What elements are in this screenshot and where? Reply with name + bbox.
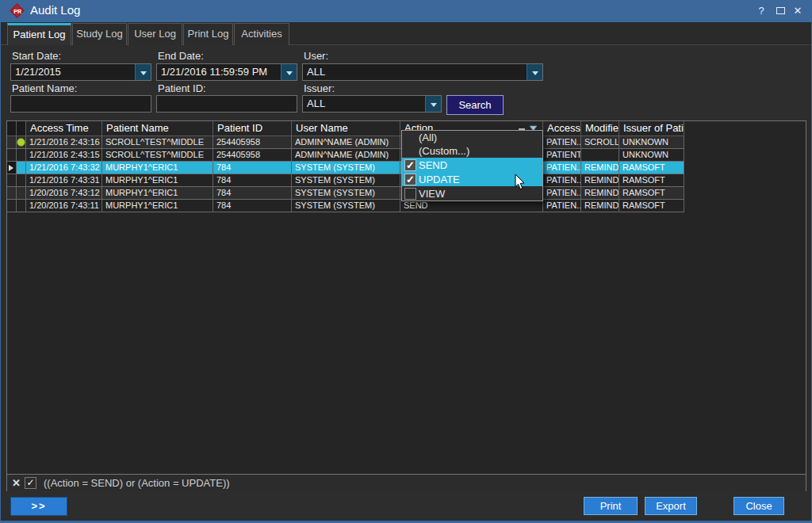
search-button[interactable]: Search	[446, 95, 504, 115]
start-date-label: Start Date:	[12, 50, 61, 62]
cell-access-time[interactable]: 1/21/2016 7:43:32 ...	[26, 162, 102, 174]
header-modified[interactable]: Modifie	[581, 121, 619, 136]
tab-activities[interactable]: Activities	[234, 23, 289, 45]
cell-patient-id[interactable]: 784	[213, 187, 292, 200]
cell-issuer[interactable]: RAMSOFT	[619, 174, 684, 187]
cell-modified[interactable]	[581, 149, 619, 162]
cell-patient-name[interactable]: SCROLL^TEST^MIDDLE	[102, 136, 213, 149]
close-window-button[interactable]: ✕	[789, 4, 806, 18]
tab-patient-log[interactable]: Patient Log	[7, 23, 71, 45]
cell-accessed[interactable]: PATIENT	[543, 149, 581, 162]
cell-user-name[interactable]: SYSTEM (SYSTEM)	[292, 187, 400, 200]
header-issuer[interactable]: Issuer of Patie	[619, 121, 684, 136]
table-row[interactable]: 1/21/2016 2:43:15 ... SCROLL^TEST^MIDDLE…	[7, 149, 684, 162]
user-value: ALL	[307, 66, 325, 78]
clear-filter-icon[interactable]: ✕	[12, 477, 21, 489]
end-date-combobox[interactable]: 1/21/2016 11:59:59 PM	[156, 63, 297, 81]
end-date-dropdown-button[interactable]	[281, 63, 297, 81]
tab-study-log[interactable]: Study Log	[72, 23, 127, 45]
cell-patient-name[interactable]: MURPHY1^ERIC1	[102, 200, 213, 212]
cell-access-time[interactable]: 1/20/2016 7:43:12 ...	[26, 187, 102, 200]
chevron-down-icon	[140, 71, 147, 75]
filter-option-custom[interactable]: (Custom...)	[402, 144, 542, 158]
filter-option-label: (All)	[419, 132, 437, 143]
row-indicator-cell	[7, 174, 17, 187]
cell-accessed[interactable]: PATIEN...	[543, 174, 581, 187]
cell-patient-name[interactable]: MURPHY1^ERIC1	[102, 187, 213, 200]
cell-access-time[interactable]: 1/20/2016 7:43:11 ...	[26, 200, 102, 212]
cell-accessed[interactable]: PATIEN...	[543, 136, 581, 149]
cell-patient-name[interactable]: SCROLL^TEST^MIDDLE	[102, 149, 213, 162]
patient-id-label: Patient ID:	[158, 82, 206, 94]
cell-patient-name[interactable]: MURPHY1^ERIC1	[102, 162, 213, 174]
checked-checkbox-icon[interactable]: ✓	[404, 159, 416, 171]
cell-patient-id[interactable]: 784	[213, 174, 292, 187]
cell-user-name[interactable]: SYSTEM (SYSTEM)	[292, 200, 400, 212]
cell-action[interactable]: SEND	[400, 200, 543, 212]
help-button[interactable]: ?	[753, 4, 770, 18]
start-date-combobox[interactable]: 1/21/2015	[10, 63, 151, 81]
user-dropdown-button[interactable]	[527, 63, 543, 81]
cell-modified[interactable]: REMIND...	[581, 187, 619, 200]
patient-name-input[interactable]	[10, 95, 151, 113]
checked-checkbox-icon[interactable]: ✓	[404, 174, 416, 185]
cell-patient-name[interactable]: MURPHY1^ERIC1	[102, 174, 213, 187]
cell-access-time[interactable]: 1/21/2016 2:43:16 ...	[26, 136, 102, 149]
cell-issuer[interactable]: RAMSOFT	[619, 162, 684, 174]
cell-modified[interactable]: REMIND...	[581, 174, 619, 187]
row-indicator-cell	[7, 187, 17, 200]
row-status-cell	[17, 149, 26, 162]
header-user-name[interactable]: User Name	[292, 121, 400, 136]
header-access-time[interactable]: Access Time	[26, 121, 102, 136]
cell-user-name[interactable]: ADMIN^NAME (ADMIN)	[292, 149, 400, 162]
cell-issuer[interactable]: RAMSOFT	[619, 200, 684, 212]
patient-id-input[interactable]	[156, 95, 297, 113]
cell-accessed[interactable]: PATIEN...	[543, 187, 581, 200]
header-accessed[interactable]: Accesse	[543, 121, 581, 136]
filter-option-label: (Custom...)	[419, 145, 469, 157]
title-bar: PR Audit Log ? ✕	[1, 0, 811, 22]
cell-patient-id[interactable]: 254405958	[213, 149, 292, 162]
cell-accessed[interactable]: PATIEN...	[543, 162, 581, 174]
expand-button[interactable]: >>	[10, 497, 67, 516]
cell-user-name[interactable]: ADMIN^NAME (ADMIN)	[292, 136, 400, 149]
header-status	[17, 121, 26, 136]
cell-access-time[interactable]: 1/21/2016 2:43:15 ...	[26, 149, 102, 162]
maximize-button[interactable]	[772, 4, 789, 18]
cell-issuer[interactable]: RAMSOFT	[619, 187, 684, 200]
user-combobox[interactable]: ALL	[302, 63, 543, 81]
table-row[interactable]: 1/20/2016 7:43:11 ... MURPHY1^ERIC1 784 …	[7, 200, 684, 212]
cell-user-name[interactable]: SYSTEM (SYSTEM)	[292, 174, 400, 187]
issuer-dropdown-button[interactable]	[425, 95, 442, 113]
chevron-down-icon	[431, 103, 437, 107]
filter-option-all[interactable]: (All)	[402, 131, 542, 144]
cell-access-time[interactable]: 1/21/2016 7:43:31 ...	[26, 174, 102, 187]
header-patient-id[interactable]: Patient ID	[213, 121, 292, 136]
unchecked-checkbox-icon[interactable]	[404, 188, 416, 200]
cell-patient-id[interactable]: 784	[213, 162, 292, 174]
header-patient-name[interactable]: Patient Name	[102, 121, 213, 136]
cell-modified[interactable]: REMIND...	[581, 162, 619, 174]
cell-issuer[interactable]: UNKNOWN	[619, 149, 684, 162]
cell-modified[interactable]: SCROLL...	[581, 136, 619, 149]
tab-user-log[interactable]: User Log	[128, 23, 182, 45]
cell-user-name[interactable]: SYSTEM (SYSTEM)	[292, 162, 400, 174]
table-row[interactable]: 1/21/2016 2:43:16 ... SCROLL^TEST^MIDDLE…	[7, 136, 684, 149]
cell-issuer[interactable]: UNKNOWN	[619, 136, 684, 149]
issuer-combobox[interactable]: ALL	[302, 95, 442, 113]
close-button[interactable]: Close	[733, 497, 784, 515]
start-date-dropdown-button[interactable]	[135, 63, 151, 81]
table-row[interactable]: 1/21/2016 7:43:31 ... MURPHY1^ERIC1 784 …	[7, 174, 684, 187]
table-row-selected[interactable]: 1/21/2016 7:43:32 ... MURPHY1^ERIC1 784 …	[7, 162, 684, 174]
export-button[interactable]: Export	[645, 497, 697, 515]
cell-accessed[interactable]: PATIEN...	[543, 200, 581, 212]
filter-enabled-checkbox[interactable]: ✓	[25, 477, 36, 489]
tab-print-log[interactable]: Print Log	[183, 23, 233, 45]
app-icon: PR	[10, 3, 24, 17]
print-button[interactable]: Print	[584, 497, 638, 515]
table-row[interactable]: 1/20/2016 7:43:12 ... MURPHY1^ERIC1 784 …	[7, 187, 684, 200]
cell-patient-id[interactable]: 784	[213, 200, 292, 212]
filter-option-send[interactable]: ✓ SEND	[402, 158, 542, 172]
cell-modified[interactable]: REMIND...	[581, 200, 619, 212]
cell-patient-id[interactable]: 254405958	[213, 136, 292, 149]
